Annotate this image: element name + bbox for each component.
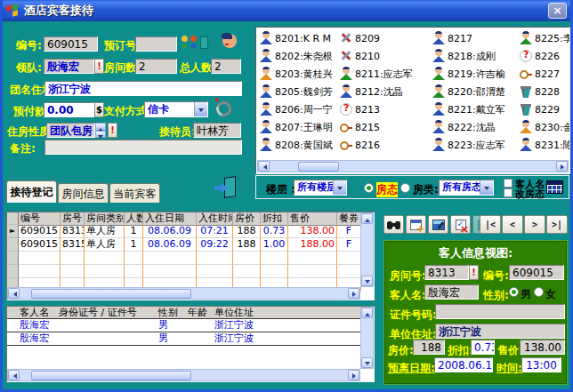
row-selector[interactable] [7,238,19,252]
room-item[interactable]: 8228 [520,83,569,100]
leave-time-field[interactable]: 13:00 [521,357,561,372]
sale-price-field[interactable]: 138.00 [520,340,565,355]
pay-method-combo[interactable]: 信卡 [144,101,208,117]
row-selector[interactable] [7,252,19,265]
room-item[interactable]: 8215 [340,118,429,136]
room-item[interactable]: 8229 [520,100,569,118]
title-bar[interactable]: 酒店宾客接待 × [0,0,573,21]
room-item[interactable]: 8219:许吉榆 [432,65,521,83]
room-item[interactable]: 8202:朱尧根 [260,47,349,65]
room-item[interactable]: 8221:戴立军 [432,100,521,118]
status-radio-label[interactable]: 房态 [376,182,398,197]
scroll-down-icon[interactable] [361,357,373,368]
prepay-field[interactable]: 0.00 [44,102,94,117]
room-item[interactable]: 8217 [432,29,521,47]
room-item[interactable]: 8223:应志军 [432,136,521,154]
guest-name-checkbox[interactable] [504,179,512,188]
scroll-left-icon[interactable] [258,161,270,172]
room-item[interactable]: 8208:黄国斌 [260,136,349,154]
chevron-down-icon[interactable] [333,180,346,195]
leave-date-field[interactable]: 2008.06.11 [434,357,493,372]
people-count-field[interactable]: 2 [211,59,241,74]
female-label[interactable]: 女 [545,287,556,302]
exit-door-icon[interactable] [214,176,238,199]
scroll-left-icon[interactable] [8,370,20,380]
tab-room-info[interactable]: 房间信息 [58,183,109,203]
first-record-button[interactable]: |< [480,215,501,234]
guest-vscrollbar[interactable] [360,307,374,369]
scroll-left-icon[interactable] [8,288,20,299]
room-item[interactable]: 8225:李 [520,29,569,47]
room-item[interactable]: 8222:沈晶 [432,118,521,136]
table-row[interactable]: 殷海宏男浙江宁波 [7,319,374,332]
money-button[interactable]: $ [94,102,104,117]
room-item[interactable]: 8207:王琳明 [260,118,349,136]
room-item[interactable]: 8220:邵渭楚 [432,83,521,100]
booking-field[interactable] [135,36,177,52]
room-item[interactable]: 8218:成刚 [432,47,521,65]
room-type-combo[interactable]: 所有房态 [439,180,494,196]
speaker-icon[interactable] [214,98,231,116]
room-item[interactable]: 8231:陈 [520,136,569,154]
row-selector[interactable] [7,265,19,278]
scroll-thumb[interactable] [31,289,191,299]
row-selector[interactable]: ► [7,225,19,238]
floor-combo[interactable]: 所有楼层 [294,180,347,196]
grid-view-icon[interactable] [546,180,563,194]
room-item[interactable]: 8210 [340,47,429,65]
confirm-delete-button[interactable] [450,215,471,234]
scroll-down-icon[interactable] [361,276,373,286]
chevron-down-icon[interactable] [480,180,493,195]
receptionist-field[interactable]: 叶林芳 [193,123,241,138]
table-row[interactable] [7,265,374,278]
scroll-thumb[interactable] [298,162,339,172]
stay-detail-button[interactable]: ! [108,123,117,138]
group-people-icon[interactable] [181,35,198,51]
add-record-button[interactable] [406,215,426,234]
room-item[interactable]: 8209 [340,29,429,47]
male-radio[interactable] [509,287,519,297]
tab-reception[interactable]: 接待登记 [6,180,57,203]
scroll-thumb[interactable] [31,371,191,380]
booking-vscrollbar[interactable] [360,212,374,287]
id-field[interactable]: 609015 [44,36,98,52]
chevron-down-icon[interactable] [194,102,207,116]
room-item[interactable]: 8212:沈晶 [340,83,429,100]
room-item[interactable]: 8203:黄桂兴 [260,65,349,83]
group-address-field[interactable]: 浙江宁波 [44,81,242,96]
guest-face-icon[interactable] [222,34,237,48]
prev-record-button[interactable]: < [502,215,523,234]
guest-name-field[interactable]: 殷海宏 [424,284,479,300]
discount-field[interactable]: 0.73 [471,340,495,355]
find-button[interactable] [383,215,404,234]
remark-field[interactable] [44,140,242,155]
stay-type-spinner[interactable] [95,123,106,138]
room-horizontal-scrollbar[interactable] [257,160,569,172]
male-label[interactable]: 男 [521,287,531,302]
room-item[interactable]: 8211:应志军 [340,65,429,83]
room-item[interactable]: 8230:金 [520,118,569,136]
female-radio[interactable] [534,287,544,297]
scroll-right-icon[interactable] [556,161,568,172]
close-button[interactable]: × [548,3,567,19]
table-row[interactable] [7,252,374,265]
edit-record-button[interactable] [428,215,448,234]
scroll-right-icon[interactable] [348,288,359,299]
table-row[interactable]: 6090158315单人房108.06.0909:221881.00188.00… [7,238,374,252]
last-record-button[interactable]: >| [546,215,568,234]
tab-current-guests[interactable]: 当前宾客 [109,183,160,203]
guest-hscrollbar[interactable] [7,369,360,381]
spin-up-icon[interactable] [95,123,106,131]
spin-down-icon[interactable] [95,131,106,139]
room-item[interactable]: 8227 [520,65,569,83]
room-item[interactable]: 8213 [340,100,429,118]
type-radio-label[interactable]: 房类: [413,182,439,197]
room-detail-button[interactable]: ! [469,265,479,280]
scroll-up-icon[interactable] [361,213,373,224]
room-number-field[interactable]: 8313 [424,265,469,280]
table-row[interactable]: 殷海宏男浙江宁波 [7,332,374,346]
leader-field[interactable]: 殷海宏 [44,59,94,74]
change-status-checkbox[interactable] [504,188,512,197]
unit-address-field[interactable]: 浙江宁波 [435,324,565,339]
status-radio[interactable] [364,183,374,193]
